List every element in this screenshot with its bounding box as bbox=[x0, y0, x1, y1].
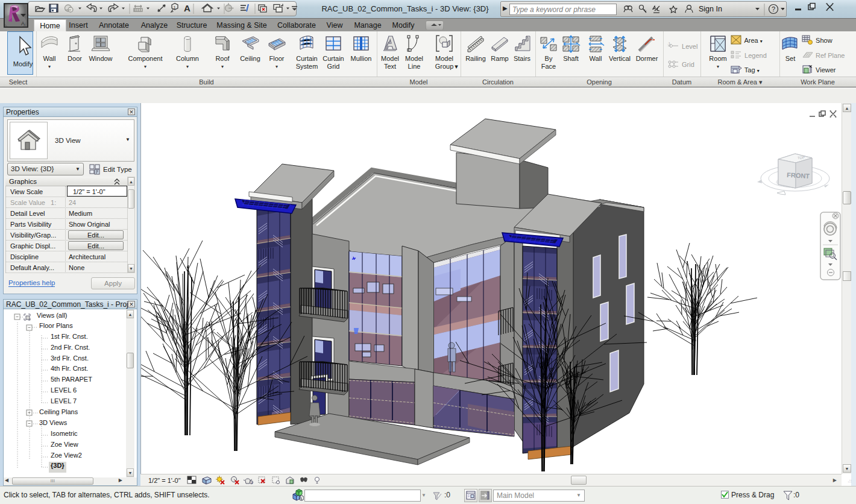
svg-text:A: A bbox=[21, 20, 25, 27]
svg-text:?: ? bbox=[772, 5, 775, 13]
svg-text:.1: .1 bbox=[667, 42, 671, 45]
svg-text:TOP: TOP bbox=[798, 156, 805, 160]
svg-text:A: A bbox=[184, 3, 190, 13]
svg-text:Modify: Modify bbox=[13, 60, 33, 68]
svg-text:Sign In: Sign In bbox=[699, 5, 722, 13]
svg-text:1: 1 bbox=[174, 5, 176, 10]
svg-text:FRONT: FRONT bbox=[787, 171, 810, 180]
